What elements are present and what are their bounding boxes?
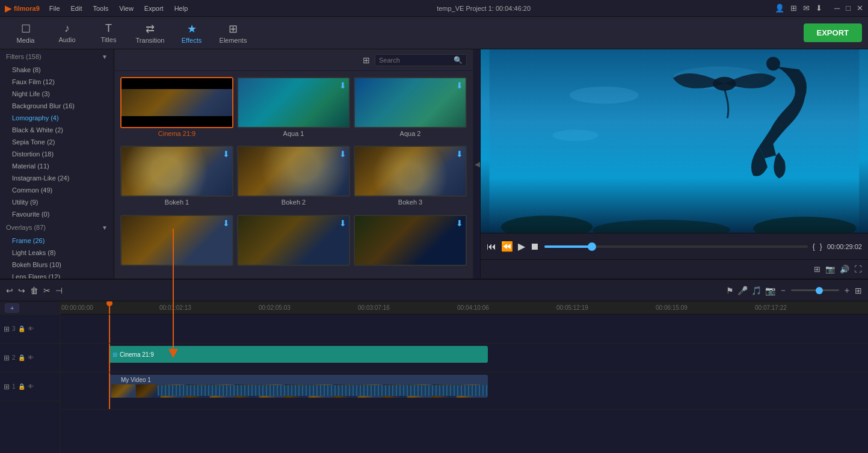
preview-svg bbox=[481, 49, 868, 233]
timeline-zoom-out-icon[interactable]: － bbox=[779, 285, 787, 296]
sidebar-item-lens-flares[interactable]: Lens Flares (12) bbox=[0, 271, 114, 279]
search-container: 🔍 bbox=[375, 54, 467, 66]
menu-file[interactable]: File bbox=[45, 4, 65, 13]
message-icon[interactable]: ✉ bbox=[803, 4, 810, 13]
restore-btn[interactable]: □ bbox=[846, 4, 851, 13]
filmstrip-frame bbox=[111, 384, 135, 398]
download-icon-row3-1: ⬇ bbox=[223, 218, 230, 228]
sidebar-item-background-blur[interactable]: Background Blur (16) bbox=[0, 100, 114, 112]
menu-edit[interactable]: Edit bbox=[66, 4, 87, 13]
menu-tools[interactable]: Tools bbox=[88, 4, 114, 13]
grid-view-icon[interactable]: ⊞ bbox=[363, 55, 370, 65]
download-icon[interactable]: ⬇ bbox=[816, 4, 822, 13]
timeline-progress[interactable] bbox=[544, 245, 808, 248]
timeline-ruler[interactable]: 00:00:00:00 00:01:02:13 00:02:05:03 00:0… bbox=[60, 301, 868, 315]
split-button[interactable]: ⊣ bbox=[55, 286, 63, 295]
sidebar-item-instagram-like[interactable]: Instagram-Like (24) bbox=[0, 172, 114, 184]
sidebar-item-black-white[interactable]: Black & White (2) bbox=[0, 124, 114, 136]
sidebar-item-common[interactable]: Common (49) bbox=[0, 184, 114, 196]
sidebar-item-lomography[interactable]: Lomography (4) bbox=[0, 112, 114, 124]
effect-aqua2[interactable]: ⬇ Aqua 2 bbox=[354, 77, 467, 142]
toolbar-effects[interactable]: ★ Effects bbox=[172, 18, 211, 48]
stop-button[interactable]: ⏹ bbox=[530, 241, 540, 252]
search-icon[interactable]: 🔍 bbox=[454, 56, 463, 64]
effect-aqua1[interactable]: ⬇ Aqua 1 bbox=[237, 77, 350, 142]
timeline-audio-icon[interactable]: 🎵 bbox=[751, 286, 762, 295]
minimize-btn[interactable]: ─ bbox=[834, 4, 840, 13]
export-button[interactable]: EXPORT bbox=[804, 23, 862, 42]
effect-bokeh3[interactable]: ⬇ Bokeh 3 bbox=[354, 146, 467, 211]
filters-header[interactable]: Filters (158) ▼ bbox=[0, 49, 114, 64]
sidebar-item-frame[interactable]: Frame (26) bbox=[0, 235, 114, 247]
timeline-zoom-in-icon[interactable]: ＋ bbox=[843, 285, 851, 296]
redo-button[interactable]: ↪ bbox=[18, 286, 25, 295]
clip-video-label: My Video 1 bbox=[121, 377, 151, 383]
timeline-flag-icon[interactable]: ⚑ bbox=[726, 286, 734, 295]
panel-scroll[interactable]: ◀ bbox=[473, 49, 480, 279]
track-1-lock-btn[interactable]: 🔒 bbox=[18, 383, 25, 390]
add-track-button[interactable]: + bbox=[5, 303, 19, 313]
download-icon-bokeh3: ⬇ bbox=[456, 149, 463, 159]
track-label-3: ⊞ 3 🔒 👁 bbox=[0, 315, 60, 344]
delete-button[interactable]: 🗑 bbox=[30, 286, 38, 295]
timeline-fit-icon[interactable]: ⊞ bbox=[855, 286, 862, 295]
project-title: temp_VE Project 1: 00:04:46:20 bbox=[437, 5, 531, 12]
timeline-right-controls: ⚑ 🎤 🎵 📷 － ＋ ⊞ bbox=[726, 285, 862, 296]
overlays-header[interactable]: Overlays (87) ▼ bbox=[0, 220, 114, 235]
effect-row3-2[interactable]: ⬇ bbox=[237, 215, 350, 273]
sidebar-item-night-life[interactable]: Night Life (3) bbox=[0, 88, 114, 100]
sidebar-item-light-leaks[interactable]: Light Leaks (8) bbox=[0, 247, 114, 259]
menu-export[interactable]: Export bbox=[140, 4, 168, 13]
volume-icon[interactable]: 🔊 bbox=[840, 265, 849, 274]
effect-row3-1[interactable]: ⬇ bbox=[120, 215, 233, 273]
sidebar-item-material[interactable]: Material (11) bbox=[0, 160, 114, 172]
toolbar-titles[interactable]: T Titles bbox=[89, 18, 128, 48]
track-3-eye-btn[interactable]: 👁 bbox=[28, 325, 34, 332]
go-start-button[interactable]: ⏮ bbox=[487, 241, 496, 252]
zoom-slider[interactable] bbox=[791, 289, 839, 291]
sidebar-item-sepia-tone[interactable]: Sepia Tone (2) bbox=[0, 136, 114, 148]
ruler-tick-4: 00:04:10:06 bbox=[457, 304, 489, 311]
svg-point-5 bbox=[713, 77, 736, 91]
track-3-lock-btn[interactable]: 🔒 bbox=[18, 325, 25, 332]
account-icon[interactable]: 👤 bbox=[775, 4, 784, 13]
play-button[interactable]: ▶ bbox=[518, 241, 525, 252]
bracket-right: } bbox=[820, 242, 822, 251]
track-1-eye-btn[interactable]: 👁 bbox=[28, 383, 34, 390]
sidebar-item-distortion[interactable]: Distortion (18) bbox=[0, 148, 114, 160]
sidebar-item-shake[interactable]: Shake (8) bbox=[0, 64, 114, 76]
timeline-mic-icon[interactable]: 🎤 bbox=[737, 286, 748, 295]
menu-help[interactable]: Help bbox=[170, 4, 193, 13]
timeline-toolbar: ↩ ↪ 🗑 ✂ ⊣ ⚑ 🎤 🎵 📷 － ＋ ⊞ bbox=[0, 280, 868, 301]
track-2-lock-btn[interactable]: 🔒 bbox=[18, 354, 25, 361]
snapshot-icon[interactable]: 📷 bbox=[825, 265, 835, 274]
undo-button[interactable]: ↩ bbox=[6, 286, 13, 295]
cut-button[interactable]: ✂ bbox=[43, 286, 51, 295]
progress-handle[interactable] bbox=[588, 242, 596, 251]
sidebar-item-faux-film[interactable]: Faux Film (12) bbox=[0, 76, 114, 88]
toolbar-audio[interactable]: ♪ Audio bbox=[48, 18, 87, 48]
toolbar-media[interactable]: ☐ Media bbox=[6, 18, 45, 48]
fullscreen-icon[interactable]: ⛶ bbox=[854, 265, 862, 274]
clip-video[interactable]: ⊞ My Video 1 bbox=[109, 375, 488, 398]
layout-icon[interactable]: ⊞ bbox=[790, 4, 797, 13]
effect-thumb-row3-3: ⬇ bbox=[354, 215, 467, 266]
sidebar-item-utility[interactable]: Utility (9) bbox=[0, 196, 114, 208]
timeline-snapshot-icon[interactable]: 📷 bbox=[765, 286, 775, 295]
step-back-button[interactable]: ⏪ bbox=[501, 241, 513, 252]
search-input[interactable] bbox=[379, 57, 451, 64]
ruler-tick-7: 00:07:17:22 bbox=[755, 304, 787, 311]
effect-bokeh1[interactable]: ⬇ Bokeh 1 bbox=[120, 146, 233, 211]
toolbar-elements[interactable]: ⊞ Elements bbox=[214, 18, 253, 48]
track-2-eye-btn[interactable]: 👁 bbox=[28, 354, 34, 361]
close-btn[interactable]: ✕ bbox=[857, 4, 863, 13]
effect-row3-3[interactable]: ⬇ bbox=[354, 215, 467, 273]
clip-cinema-21-9[interactable]: ⊞ Cinema 21:9 bbox=[109, 346, 488, 363]
screen-size-icon[interactable]: ⊞ bbox=[814, 265, 820, 274]
menu-view[interactable]: View bbox=[114, 4, 138, 13]
effect-cinema-21-9[interactable]: Cinema 21:9 bbox=[120, 77, 233, 142]
effect-bokeh2[interactable]: ⬇ Bokeh 2 bbox=[237, 146, 350, 211]
toolbar-transition[interactable]: ⇄ Transition bbox=[131, 18, 170, 48]
sidebar-item-favourite[interactable]: Favourite (0) bbox=[0, 208, 114, 220]
sidebar-item-bokeh-blurs[interactable]: Bokeh Blurs (10) bbox=[0, 259, 114, 271]
